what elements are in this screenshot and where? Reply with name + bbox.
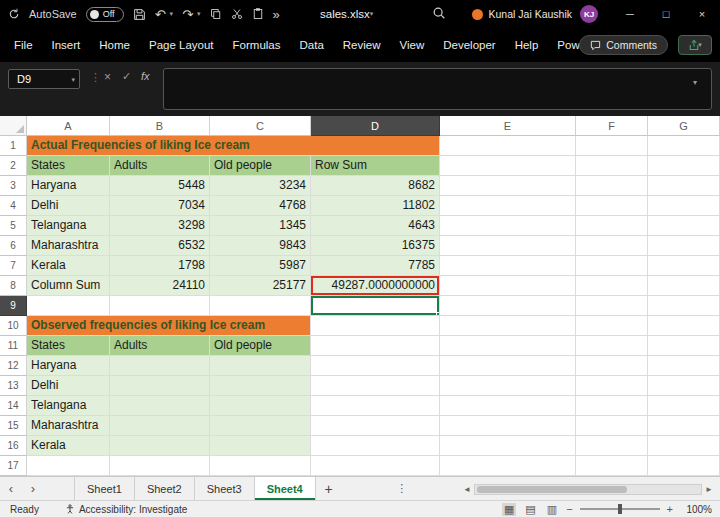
cell-a17[interactable] [27,456,110,476]
cell-g7[interactable] [648,256,720,276]
menu-tab-data[interactable]: Data [300,39,324,51]
cell-e11[interactable] [440,336,576,356]
scroll-right-icon[interactable]: ► [702,485,716,494]
sheet-tab-sheet2[interactable]: Sheet2 [135,477,195,500]
cell-f13[interactable] [576,376,648,396]
cell-g5[interactable] [648,216,720,236]
cell-d10[interactable] [311,316,440,336]
cell-a12[interactable]: Haryana [27,356,110,376]
file-name[interactable]: sales.xlsx ▾ [320,0,373,28]
cell-b2[interactable]: Adults [110,156,210,176]
cell-e6[interactable] [440,236,576,256]
cell-d14[interactable] [311,396,440,416]
cell-a16[interactable]: Kerala [27,436,110,456]
cell-f1[interactable] [576,136,648,156]
cell-c16[interactable] [210,436,311,456]
cell-f4[interactable] [576,196,648,216]
cell-a9[interactable] [27,296,110,316]
menu-tab-home[interactable]: Home [99,39,130,51]
menu-tab-developer[interactable]: Developer [443,39,495,51]
cell-b4[interactable]: 7034 [110,196,210,216]
cell-e2[interactable] [440,156,576,176]
cell-g1[interactable] [648,136,720,156]
cell-a4[interactable]: Delhi [27,196,110,216]
zoom-level[interactable]: 100% [680,504,712,515]
cell-d3[interactable]: 8682 [311,176,440,196]
cell-c4[interactable]: 4768 [210,196,311,216]
cell-d5[interactable]: 4643 [311,216,440,236]
row-header-10[interactable]: 10 [0,316,27,336]
row-header-11[interactable]: 11 [0,336,27,356]
row-header-16[interactable]: 16 [0,436,27,456]
row-header-8[interactable]: 8 [0,276,27,296]
cell-b6[interactable]: 6532 [110,236,210,256]
cell-d16[interactable] [311,436,440,456]
cell-d11[interactable] [311,336,440,356]
row-header-15[interactable]: 15 [0,416,27,436]
cell-c12[interactable] [210,356,311,376]
row-header-6[interactable]: 6 [0,236,27,256]
cell-a15[interactable]: Maharashtra [27,416,110,436]
share-button[interactable]: ▾ [678,35,712,55]
cut-icon[interactable] [231,8,243,20]
cell-a10[interactable]: Observed frequencies of liking Ice cream [27,316,311,336]
zoom-slider-thumb[interactable] [618,504,622,514]
cell-e15[interactable] [440,416,576,436]
row-header-4[interactable]: 4 [0,196,27,216]
user-name[interactable]: Kunal Jai Kaushik [489,8,572,20]
cell-f17[interactable] [576,456,648,476]
maximize-button[interactable]: □ [648,0,684,28]
cell-g14[interactable] [648,396,720,416]
cell-g4[interactable] [648,196,720,216]
cell-b11[interactable]: Adults [110,336,210,356]
normal-view-button[interactable]: ▦ [502,503,516,516]
sheet-tab-sheet4[interactable]: Sheet4 [255,477,316,500]
cell-g11[interactable] [648,336,720,356]
cell-d9[interactable] [311,296,440,316]
cell-f15[interactable] [576,416,648,436]
cell-d17[interactable] [311,456,440,476]
menu-tab-formulas[interactable]: Formulas [233,39,281,51]
save-button[interactable] [133,8,146,21]
menu-tab-review[interactable]: Review [343,39,381,51]
cell-g2[interactable] [648,156,720,176]
more-commands-icon[interactable]: » [273,7,280,22]
cell-b5[interactable]: 3298 [110,216,210,236]
row-header-7[interactable]: 7 [0,256,27,276]
cell-c2[interactable]: Old people [210,156,311,176]
copy-icon[interactable] [210,8,222,20]
cell-f9[interactable] [576,296,648,316]
cell-f16[interactable] [576,436,648,456]
cell-f5[interactable] [576,216,648,236]
row-header-3[interactable]: 3 [0,176,27,196]
cell-e1[interactable] [440,136,576,156]
menu-tab-file[interactable]: File [14,39,33,51]
row-header-14[interactable]: 14 [0,396,27,416]
row-header-17[interactable]: 17 [0,456,27,476]
cell-a14[interactable]: Telangana [27,396,110,416]
cell-c13[interactable] [210,376,311,396]
cell-a6[interactable]: Maharashtra [27,236,110,256]
menu-tab-page-layout[interactable]: Page Layout [149,39,214,51]
cell-e13[interactable] [440,376,576,396]
cell-c15[interactable] [210,416,311,436]
cell-c3[interactable]: 3234 [210,176,311,196]
cell-a7[interactable]: Kerala [27,256,110,276]
scrollbar-track[interactable] [474,484,702,495]
cell-a13[interactable]: Delhi [27,376,110,396]
cell-f7[interactable] [576,256,648,276]
autosave-toggle[interactable]: Off [86,7,124,22]
insert-function-icon[interactable]: fx [141,70,150,82]
cell-g10[interactable] [648,316,720,336]
formula-bar-collapse-icon[interactable]: ▾ [693,78,697,87]
cell-b8[interactable]: 24110 [110,276,210,296]
cell-f12[interactable] [576,356,648,376]
minimize-button[interactable]: ─ [612,0,648,28]
scrollbar-thumb[interactable] [477,486,627,493]
cell-a3[interactable]: Haryana [27,176,110,196]
comments-button[interactable]: Comments [579,35,668,55]
column-header-b[interactable]: B [110,116,210,136]
add-sheet-button[interactable]: + [316,477,342,500]
cell-a5[interactable]: Telangana [27,216,110,236]
cell-a1[interactable]: Actual Frequencies of liking Ice cream [27,136,440,156]
